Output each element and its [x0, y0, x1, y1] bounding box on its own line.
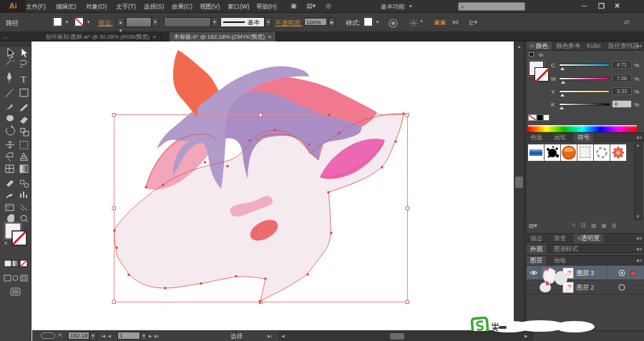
svg-text:T: T: [21, 74, 26, 84]
